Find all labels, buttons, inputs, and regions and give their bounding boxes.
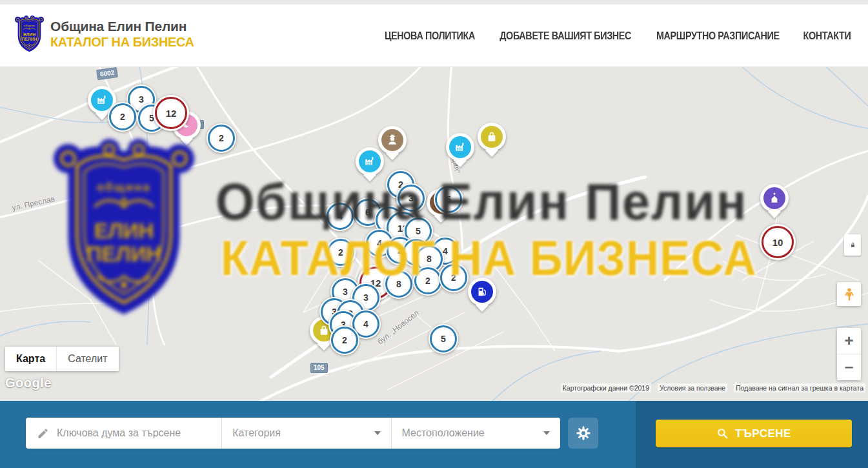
cluster-marker[interactable]: 4 <box>325 201 355 231</box>
zoom-out-button[interactable]: − <box>837 354 861 380</box>
attribution-link[interactable]: Условия за ползване <box>658 383 727 392</box>
map-type-map-button[interactable]: Карта <box>5 347 57 371</box>
category-pin-worker[interactable] <box>378 126 407 162</box>
nav-item-1[interactable]: ДОБАВЕТЕ ВАШИЯТ БИЗНЕС <box>500 30 631 41</box>
keyword-input[interactable] <box>49 427 221 439</box>
svg-text:ПЕЛИН: ПЕЛИН <box>22 37 37 41</box>
keyword-field <box>26 418 222 449</box>
svg-text:ЕЛИН: ЕЛИН <box>23 32 35 37</box>
pencil-icon <box>37 427 49 440</box>
nav-item-3[interactable]: КОНТАКТИ <box>803 30 851 41</box>
municipality-crest-icon: община ЕЛИН ПЕЛИН <box>14 15 45 54</box>
chevron-down-icon <box>543 431 550 435</box>
gear-icon <box>576 425 591 441</box>
cluster-marker[interactable]: 10 <box>760 224 796 260</box>
cluster-marker[interactable]: 5 <box>434 185 463 214</box>
search-icon <box>716 427 729 440</box>
category-pin-factory[interactable] <box>446 133 474 169</box>
lock-icon[interactable] <box>844 234 861 256</box>
category-select-value: Категория <box>232 427 281 439</box>
google-logo[interactable]: Google <box>5 376 52 391</box>
header: община ЕЛИН ПЕЛИН Община Елин Пелин КАТА… <box>0 5 868 67</box>
road-number-badge: 105 <box>310 363 328 373</box>
nav-item-0[interactable]: ЦЕНОВА ПОЛИТИКА <box>385 30 475 41</box>
chevron-down-icon <box>374 431 381 435</box>
top-strip <box>0 0 868 5</box>
main-nav: ЦЕНОВА ПОЛИТИКАДОБАВЕТЕ ВАШИЯТ БИЗНЕСМАР… <box>383 5 852 66</box>
cluster-marker[interactable]: 2 <box>330 325 359 355</box>
map-type-control: Карта Сателит <box>5 347 119 371</box>
cluster-marker[interactable]: 3 <box>396 183 426 213</box>
category-select[interactable]: Категория <box>222 418 391 449</box>
map-attribution: Картографски данни ©2019Условия за ползв… <box>561 383 865 392</box>
category-pin-fuel[interactable] <box>468 278 496 314</box>
search-button-label: ТЪРСЕНЕ <box>735 427 791 440</box>
site-subtitle: КАТАЛОГ НА БИЗНЕСА <box>50 35 194 50</box>
map-type-satellite-button[interactable]: Сателит <box>57 347 118 371</box>
cluster-marker[interactable]: 2 <box>108 102 137 132</box>
search-button[interactable]: ТЪРСЕНЕ <box>656 420 852 447</box>
zoom-control: + − <box>837 328 861 380</box>
cluster-marker[interactable]: 2 <box>413 266 443 296</box>
attribution-text: Картографски данни ©2019 <box>561 383 651 392</box>
page: община ЕЛИН ПЕЛИН Община Елин Пелин КАТА… <box>0 0 868 468</box>
search-bar: Категория Местоположение <box>0 401 868 468</box>
advanced-settings-button[interactable] <box>568 418 598 449</box>
cluster-marker[interactable]: 5 <box>429 324 458 354</box>
zoom-in-button[interactable]: + <box>837 328 861 354</box>
map-canvas[interactable]: 6002105ул. Преславбул. „Новоселщия“ 3251… <box>0 67 868 401</box>
site-title: Община Елин Пелин <box>50 19 194 34</box>
category-pin-bag[interactable] <box>478 123 506 159</box>
street-view-pegman-button[interactable] <box>837 282 861 306</box>
cluster-marker[interactable]: 2 <box>326 238 356 267</box>
cluster-marker[interactable]: 2 <box>207 123 236 153</box>
nav-item-2[interactable]: МАРШРУТНО РАЗПИСАНИЕ <box>656 30 780 41</box>
cluster-marker[interactable]: 12 <box>153 95 189 131</box>
location-select-value: Местоположение <box>402 427 485 439</box>
category-pin-church[interactable] <box>760 184 789 220</box>
site-logo[interactable]: община ЕЛИН ПЕЛИН Община Елин Пелин КАТА… <box>14 15 194 54</box>
location-select[interactable]: Местоположение <box>392 418 560 449</box>
attribution-link[interactable]: Подаване на сигнал за грешка в картата <box>734 383 865 392</box>
search-fields: Категория Местоположение <box>26 418 560 449</box>
cluster-marker[interactable]: 2 <box>439 263 469 292</box>
cluster-marker[interactable]: 8 <box>384 269 414 299</box>
svg-text:община: община <box>24 25 35 27</box>
